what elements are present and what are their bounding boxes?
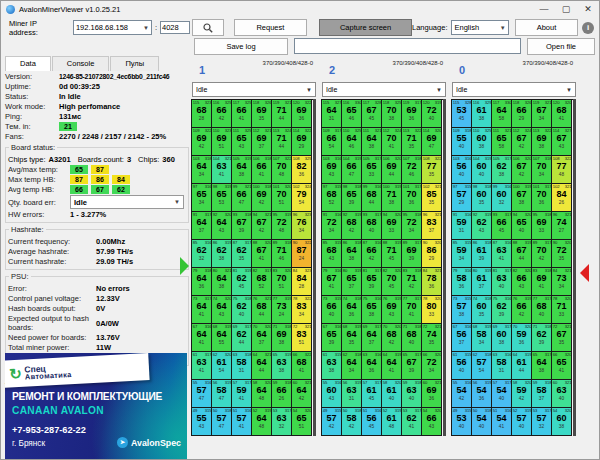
info-icon[interactable]: i <box>582 22 594 34</box>
save-log-button[interactable]: Save log <box>194 38 288 55</box>
chip-sub-value: 41 <box>234 396 249 401</box>
chip-cell: 1013207051 <box>272 184 292 212</box>
chip-aux-value: 320 <box>395 324 402 328</box>
chip-id: 96 <box>553 212 558 216</box>
chip-cell: 543206643 <box>422 408 442 436</box>
port-input[interactable] <box>160 21 190 34</box>
chip-id: 101 <box>403 184 410 188</box>
chip-cell: 743206443 <box>212 296 232 324</box>
green-arrow-icon[interactable] <box>180 257 189 275</box>
chip-sub-value: 28 <box>194 116 209 121</box>
chip-header: 106320 <box>382 156 402 160</box>
group-title: Board status: <box>9 143 57 152</box>
chip-temp: 66 <box>512 273 531 284</box>
field-value: 29.09 TH/s <box>96 257 133 266</box>
tab-data[interactable]: Data <box>5 56 51 71</box>
ad-banner[interactable]: ↻ Спец Автоматика РЕМОНТ И КОМПЛЕКТУЮЩИЕ… <box>5 353 187 459</box>
log-path-input[interactable] <box>294 38 521 54</box>
chip-cell: 1073227048 <box>272 156 292 184</box>
chip-id: 53 <box>403 408 408 412</box>
chip-id: 102 <box>553 184 560 188</box>
chip-id: 64 <box>253 352 258 356</box>
temp-badges: 6587 <box>70 165 112 174</box>
chip-aux-value: 316 <box>465 156 472 160</box>
chip-header: 61315 <box>322 352 342 356</box>
about-button[interactable]: About <box>515 19 578 36</box>
board-scrollbar[interactable] <box>313 99 316 436</box>
chip-temp: 64 <box>212 217 231 228</box>
chip-aux-value: 321 <box>565 268 572 272</box>
chip-sub-value: 40 <box>494 284 509 289</box>
request-button[interactable]: Request <box>234 19 307 36</box>
board-err-select[interactable]: Idle▼ <box>70 195 184 209</box>
chip-id: 69 <box>233 324 238 328</box>
close-icon[interactable]: ✕ <box>577 2 599 17</box>
chip-sub-value: 54 <box>294 200 309 205</box>
chip-aux-value: 319 <box>355 268 362 272</box>
ip-address-combobox[interactable]: 192.168.68.158 ▼ <box>73 20 152 35</box>
tab-пулы[interactable]: Пулы <box>110 56 159 71</box>
chip-cell: 773177041 <box>402 296 422 324</box>
chip-sub-value: 38 <box>214 284 229 289</box>
chip-id: 120 <box>423 100 430 104</box>
chip-header: 106320 <box>512 156 532 160</box>
chip-header: 105317 <box>492 156 512 160</box>
chip-aux-value: 321 <box>565 324 572 328</box>
chip-header: 112321 <box>252 128 272 132</box>
tab-console[interactable]: Console <box>52 56 110 71</box>
chip-cell: 1023247954 <box>292 184 312 212</box>
board-scrollbar[interactable] <box>573 99 576 436</box>
chip-temp: 60 <box>472 161 491 172</box>
board-scrollbar[interactable] <box>443 99 446 436</box>
capture-screen-button[interactable]: Capture screen <box>319 19 412 36</box>
chip-cell: 663206541 <box>552 352 572 380</box>
chip-temp: 66 <box>512 301 531 312</box>
chip-cell: 933176840 <box>362 212 382 240</box>
chip-aux-value: 320 <box>225 212 232 216</box>
chip-id: 80 <box>473 268 478 272</box>
info-row: Fans:2270 / 2248 / 2157 / 2142 - 25% <box>5 132 189 141</box>
chip-id: 61 <box>193 352 198 356</box>
chip-header: 104319 <box>472 156 492 160</box>
toolbar-row-1: Miner IP address: 192.168.68.158 ▼ : Req… <box>1 19 599 36</box>
search-button[interactable] <box>192 19 224 36</box>
chip-header: 51316 <box>492 408 512 412</box>
chip-header: 116329 <box>472 100 492 104</box>
chip-header: 69317 <box>492 324 512 328</box>
chip-sub-value: 35 <box>554 256 569 261</box>
chip-aux-value: 318 <box>415 268 422 272</box>
chip-aux-value: 330 <box>355 100 362 104</box>
board-state-select[interactable]: Idle▼ <box>452 82 576 97</box>
chip-temp: 65 <box>512 217 531 228</box>
chip-id: 99 <box>233 184 238 188</box>
minimize-icon[interactable]: — <box>533 2 555 17</box>
app-window: AvalonMinerViewer v1.0.25.21 — ▢ ✕ Miner… <box>0 0 600 460</box>
chip-sub-value: 43 <box>474 228 489 233</box>
board-state-select[interactable]: Idle▼ <box>192 82 316 97</box>
chip-header: 108325 <box>292 156 312 160</box>
chip-aux-value: 315 <box>465 240 472 244</box>
chip-aux-value: 319 <box>225 380 232 384</box>
chip-aux-value: 322 <box>435 156 442 160</box>
board-state-value: Idle <box>196 86 207 93</box>
chip-id: 91 <box>193 212 198 216</box>
chip-id: 70 <box>383 324 388 328</box>
chip-sub-value: 36 <box>534 200 549 205</box>
maximize-icon[interactable]: ▢ <box>555 2 577 17</box>
chip-cell: 753166239 <box>492 296 512 324</box>
chip-aux-value: 324 <box>525 128 532 132</box>
chip-temp: 59 <box>512 329 531 340</box>
chip-header: 63316 <box>362 352 382 356</box>
board-state-select[interactable]: Idle▼ <box>322 82 446 97</box>
chip-temp: 69 <box>422 385 441 396</box>
field-label: Avg/max temp: <box>8 165 70 174</box>
chip-cell: 1073187246 <box>402 156 422 184</box>
info-row: Uptime:0d 00:39:25 <box>5 82 189 91</box>
chip-id: 110 <box>213 128 220 132</box>
chip-temp: 72 <box>322 217 341 228</box>
language-select[interactable]: English ▼ <box>451 20 508 35</box>
temp-badges: 878684 <box>70 175 133 184</box>
red-arrow-icon[interactable] <box>580 264 589 282</box>
chip-aux-value: 315 <box>335 184 342 188</box>
open-file-button[interactable]: Open file <box>527 38 595 55</box>
